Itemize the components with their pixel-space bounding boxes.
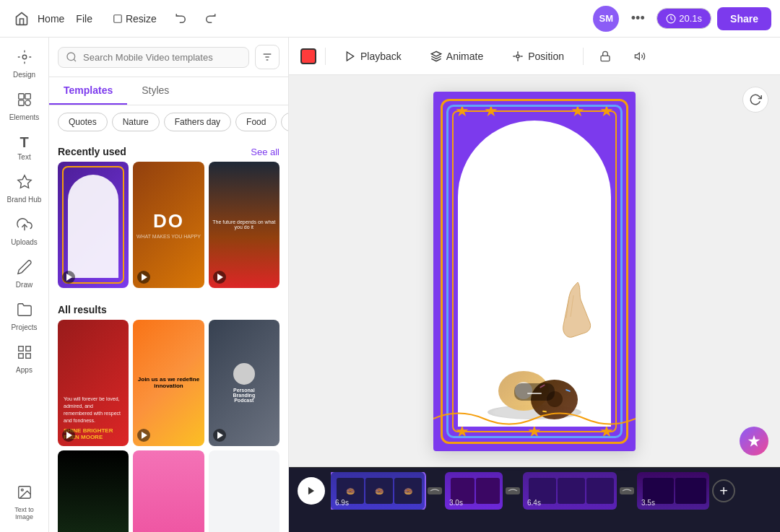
result-card-4[interactable]: NEW RELEASE Let's: [58, 450, 129, 532]
chip-quotes[interactable]: Quotes: [58, 113, 108, 131]
share-button[interactable]: Share: [717, 7, 771, 30]
playback-button[interactable]: Playback: [334, 46, 412, 66]
timer-button[interactable]: 20.1s: [656, 8, 711, 29]
svg-rect-26: [601, 56, 610, 61]
svg-rect-11: [18, 354, 22, 358]
tab-styles-label: Styles: [142, 84, 169, 96]
avatar[interactable]: SM: [593, 6, 619, 32]
animate-icon: [430, 51, 442, 62]
volume-button[interactable]: [627, 43, 653, 69]
brand-hub-label: Brand Hub: [7, 196, 42, 204]
home-label[interactable]: Home: [38, 13, 64, 25]
sidebar-item-brand-hub[interactable]: Brand Hub: [3, 168, 46, 209]
timeline-add-button[interactable]: +: [712, 479, 735, 502]
tab-styles[interactable]: Styles: [127, 77, 183, 105]
see-all-link[interactable]: See all: [251, 147, 280, 157]
ai-assistant-button[interactable]: [740, 427, 768, 455]
timeline-track: 🍩 🍩 🍩 6.9s: [331, 472, 771, 510]
sidebar-item-text[interactable]: T Text: [3, 128, 46, 167]
panel-scroll: Recently used See all DO: [49, 139, 288, 532]
sidebar-item-text-to-image[interactable]: Text to Image: [3, 479, 46, 526]
playback-label: Playback: [360, 51, 402, 62]
main-content: Design Elements T Text Brand Hub Uploads: [0, 38, 780, 532]
sidebar-item-uploads[interactable]: Uploads: [3, 211, 46, 252]
tab-templates[interactable]: Templates: [49, 77, 127, 105]
svg-point-14: [21, 489, 23, 491]
result-card-3[interactable]: PersonalBrandingPodcast: [209, 320, 280, 446]
share-label: Share: [730, 13, 758, 25]
recently-used-title: Recently used: [58, 146, 126, 157]
recent-card-1[interactable]: [58, 162, 129, 288]
svg-marker-7: [17, 175, 30, 188]
filter-button[interactable]: [255, 45, 280, 69]
clip-2-duration: 3.0s: [449, 499, 463, 507]
file-label: File: [76, 13, 92, 25]
position-button[interactable]: Position: [502, 46, 574, 66]
bottom-decoration: [433, 408, 636, 429]
color-swatch[interactable]: [300, 48, 316, 64]
recent-card-2[interactable]: DO WHAT MAKES YOU HAPPY: [133, 162, 204, 288]
svg-marker-27: [635, 53, 639, 59]
sidebar-item-elements[interactable]: Elements: [3, 86, 46, 127]
chip-more-button[interactable]: ›: [281, 113, 288, 131]
timeline-clip-4[interactable]: 3.5s: [637, 472, 709, 510]
play-overlay-r2: [137, 429, 150, 442]
tabs-row: Templates Styles: [49, 77, 288, 105]
text-to-image-icon: [17, 484, 32, 504]
play-button[interactable]: [298, 477, 325, 505]
file-button[interactable]: File: [67, 9, 101, 29]
canvas-area: Playback Animate Position: [289, 38, 780, 532]
results-grid: You will forever be loved, admired, and …: [58, 320, 280, 532]
sidebar-item-apps[interactable]: Apps: [3, 339, 46, 380]
search-input[interactable]: [77, 48, 241, 67]
sidebar-item-draw[interactable]: Draw: [3, 253, 46, 295]
result-card-5[interactable]: enjoythe moment: [133, 450, 204, 532]
position-icon: [512, 51, 524, 62]
refresh-button[interactable]: [742, 87, 768, 113]
hide-timeline-bar[interactable]: [514, 383, 555, 401]
svg-rect-10: [25, 346, 30, 351]
animate-button[interactable]: Animate: [420, 46, 493, 66]
sidebar-item-projects[interactable]: Projects: [3, 296, 46, 337]
result-card-1[interactable]: You will forever be loved, admired, and …: [58, 320, 129, 446]
timeline-connector-1: [428, 487, 442, 494]
refresh-icon: [749, 93, 762, 106]
svg-point-21: [516, 55, 519, 58]
timeline-clip-1[interactable]: 🍩 🍩 🍩 6.9s: [331, 472, 425, 510]
apps-label: Apps: [16, 366, 32, 374]
redo-button[interactable]: [197, 6, 223, 32]
lock-button[interactable]: [592, 43, 618, 69]
chip-nature[interactable]: Nature: [112, 113, 160, 131]
canvas-center: ★ ★ ★ ★ ★ ★ ★: [289, 75, 780, 467]
svg-point-15: [67, 53, 75, 61]
svg-rect-12: [25, 354, 30, 358]
projects-icon: [17, 302, 32, 321]
toolbar-sep-1: [325, 48, 326, 65]
svg-point-6: [25, 100, 30, 105]
chip-fathers-day[interactable]: Fathers day: [164, 113, 231, 131]
recently-used-header: Recently used See all: [58, 139, 280, 162]
chip-food[interactable]: Food: [235, 113, 277, 131]
sidebar-item-design[interactable]: Design: [3, 43, 46, 84]
recent-card-3[interactable]: The future depends on what you do it: [209, 162, 280, 288]
home-button[interactable]: [9, 6, 35, 32]
avatar-initials: SM: [599, 13, 614, 24]
brand-hub-icon: [17, 174, 32, 193]
elements-label: Elements: [9, 113, 40, 121]
search-bar: [49, 38, 288, 77]
svg-rect-4: [25, 94, 30, 99]
undo-button[interactable]: [168, 6, 194, 32]
result-card-2[interactable]: Join us as we redefine innovation: [133, 320, 204, 446]
toolbar-sep-2: [583, 48, 584, 65]
result-card-6[interactable]: The BestSocial Media: [209, 450, 280, 532]
timeline-clip-3[interactable]: 6.4s: [523, 472, 617, 510]
svg-marker-29: [308, 487, 314, 495]
timeline-clip-2[interactable]: 3.0s: [445, 472, 503, 510]
timer-value: 20.1s: [679, 13, 702, 24]
elements-icon: [17, 92, 32, 111]
dots-button[interactable]: •••: [625, 6, 651, 32]
timeline-connector-3: [620, 487, 634, 494]
chip-quotes-label: Quotes: [69, 117, 97, 127]
draw-icon: [17, 259, 32, 279]
resize-button[interactable]: Resize: [104, 9, 165, 29]
